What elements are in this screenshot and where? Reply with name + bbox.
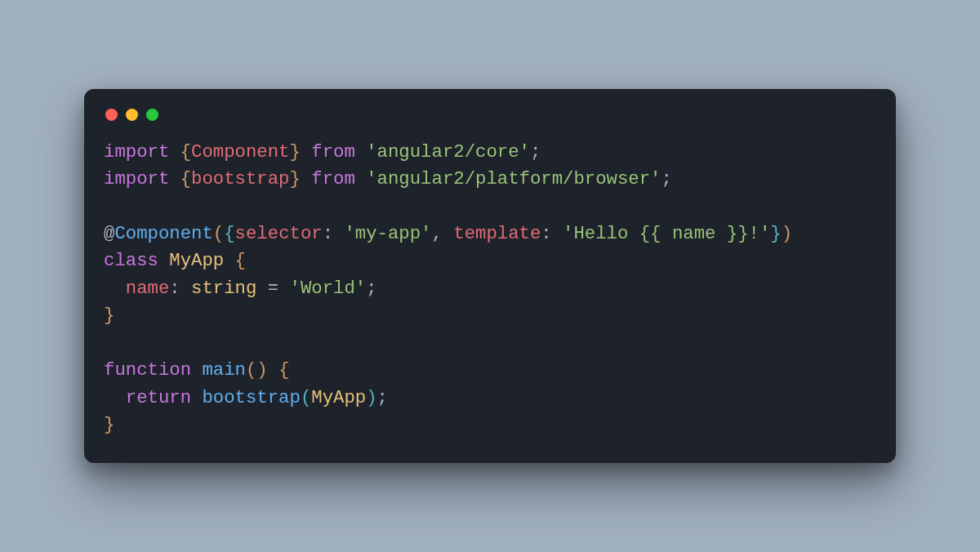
keyword-class: class: [104, 250, 158, 271]
keyword-import: import: [104, 141, 169, 162]
field-name: name: [126, 278, 170, 299]
identifier-bootstrap: bootstrap: [191, 168, 289, 189]
string-angular2-core: 'angular2/core': [366, 141, 530, 162]
minimize-icon[interactable]: [126, 109, 138, 121]
close-icon[interactable]: [105, 109, 118, 121]
string-World: 'World': [290, 278, 367, 299]
string-angular2-platform-browser: 'angular2/platform/browser': [366, 168, 661, 189]
string-hello-template: 'Hello {{ name }}!': [563, 223, 770, 244]
string-my-app: 'my-app': [344, 223, 431, 244]
prop-template: template: [453, 223, 541, 244]
keyword-import: import: [104, 168, 169, 189]
prop-selector: selector: [235, 223, 323, 244]
window-traffic-lights: [104, 105, 876, 129]
stage: import {Component} from 'angular2/core';…: [0, 0, 980, 552]
code-block: import {Component} from 'angular2/core';…: [104, 139, 876, 439]
call-bootstrap: bootstrap: [202, 387, 300, 408]
decorator-Component: Component: [114, 223, 212, 244]
keyword-return: return: [126, 387, 191, 408]
function-main: main: [202, 359, 246, 381]
code-window: import {Component} from 'angular2/core';…: [84, 89, 896, 464]
arg-MyApp: MyApp: [311, 387, 366, 408]
decorator-at: @: [104, 223, 114, 244]
keyword-from: from: [311, 168, 355, 189]
zoom-icon[interactable]: [146, 109, 158, 121]
keyword-from: from: [311, 141, 355, 162]
class-MyApp: MyApp: [169, 250, 224, 271]
keyword-function: function: [104, 359, 191, 381]
type-string: string: [191, 278, 256, 299]
identifier-Component: Component: [191, 141, 289, 162]
